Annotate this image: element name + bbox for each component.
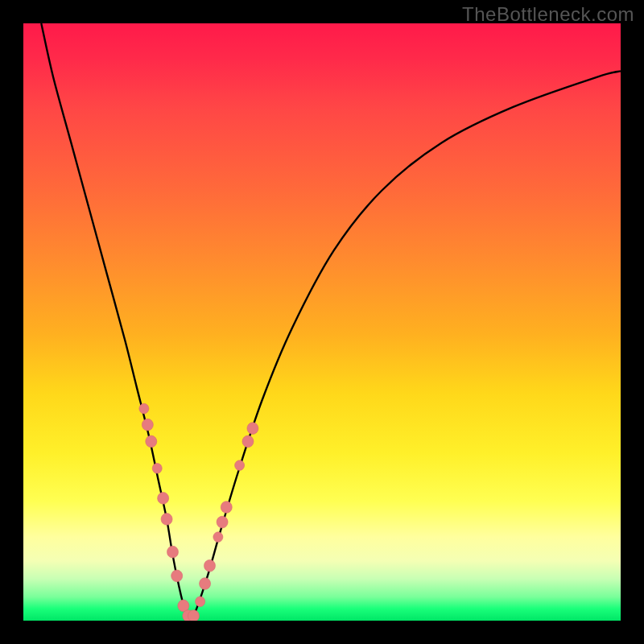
curve-marker <box>152 463 162 473</box>
curve-markers <box>139 403 258 621</box>
plot-area <box>23 23 621 621</box>
watermark-text: TheBottleneck.com <box>462 3 634 26</box>
curve-marker <box>161 514 172 526</box>
curve-marker <box>196 597 205 607</box>
curve-marker <box>146 436 157 448</box>
curve-marker <box>235 460 245 471</box>
curve-marker <box>247 423 258 435</box>
curve-marker <box>142 419 153 431</box>
curve-marker <box>188 610 199 621</box>
curve-marker <box>213 532 223 543</box>
curve-marker <box>139 403 149 414</box>
curve-marker <box>171 570 183 582</box>
bottleneck-curve-svg <box>23 23 621 621</box>
curve-marker <box>217 516 228 528</box>
curve-marker <box>167 546 179 558</box>
curve-marker <box>158 493 169 505</box>
curve-marker <box>204 559 216 572</box>
curve-marker <box>200 578 211 590</box>
bottleneck-curve-path <box>41 23 621 617</box>
chart-frame: TheBottleneck.com <box>0 0 644 644</box>
curve-marker <box>221 502 232 514</box>
curve-marker <box>242 436 254 448</box>
